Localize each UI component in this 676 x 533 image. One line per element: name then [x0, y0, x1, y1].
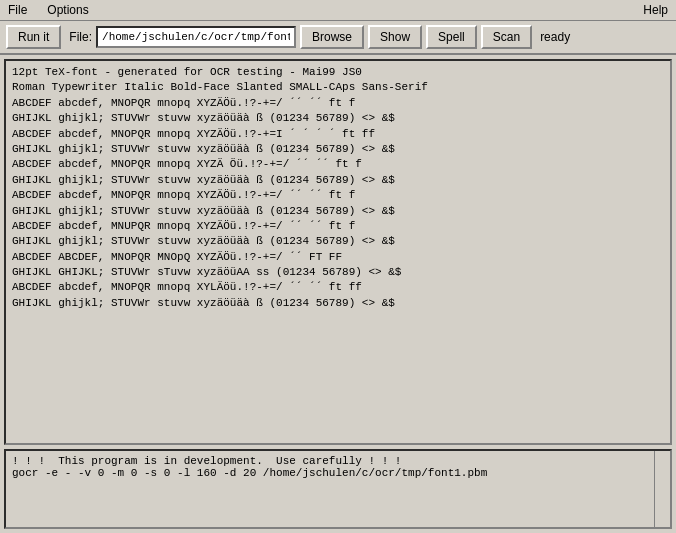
menubar-left: File Options	[4, 2, 93, 18]
toolbar: Run it File: Browse Show Spell Scan read…	[0, 21, 676, 55]
show-button[interactable]: Show	[368, 25, 422, 49]
file-label: File:	[69, 30, 92, 44]
browse-button[interactable]: Browse	[300, 25, 364, 49]
bottom-status-area: ! ! ! This program is in development. Us…	[4, 449, 672, 529]
menu-help[interactable]: Help	[639, 2, 672, 18]
text-display-area: 12pt TeX-font - generated for OCR testin…	[4, 59, 672, 445]
file-input[interactable]	[96, 26, 296, 48]
spell-button[interactable]: Spell	[426, 25, 477, 49]
bottom-scrollbar[interactable]	[654, 451, 670, 527]
menu-file[interactable]: File	[4, 2, 31, 18]
menu-options[interactable]: Options	[43, 2, 92, 18]
menubar: File Options Help	[0, 0, 676, 21]
run-button[interactable]: Run it	[6, 25, 61, 49]
status-label: ready	[540, 30, 570, 44]
text-display[interactable]: 12pt TeX-font - generated for OCR testin…	[6, 61, 670, 443]
status-text: ! ! ! This program is in development. Us…	[6, 451, 670, 527]
scan-button[interactable]: Scan	[481, 25, 532, 49]
